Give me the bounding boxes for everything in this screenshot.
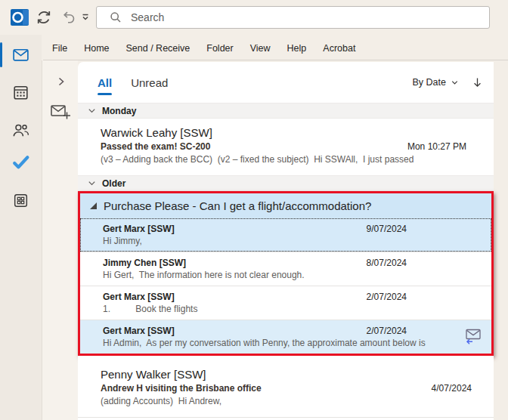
replied-envelope-icon xyxy=(464,328,482,347)
collapsed-folder-pane xyxy=(42,60,78,420)
tab-all[interactable]: All xyxy=(98,76,112,89)
group-header-monday[interactable]: Monday xyxy=(78,103,494,119)
apps-grid-icon[interactable] xyxy=(11,191,30,210)
menu-folder[interactable]: Folder xyxy=(198,43,241,54)
sort-by-dropdown[interactable]: By Date xyxy=(413,77,459,88)
sort-arrow-down-icon xyxy=(472,76,483,88)
email-date: 4/07/2024 xyxy=(432,382,494,395)
expand-pane-icon[interactable] xyxy=(55,76,67,88)
conversation-message-1[interactable]: Gert Marx [SSW] Hi Jimmy, 9/07/2024 xyxy=(80,218,491,252)
email-item-penny[interactable]: Penny Walker [SSW] Andrew H visiting the… xyxy=(78,360,494,418)
todo-check-icon[interactable] xyxy=(11,153,30,171)
conversation-message-3[interactable]: Gert Marx [SSW] 1. Book the flights 2/07… xyxy=(80,286,491,320)
message-preview: Hi Jimmy, xyxy=(103,235,491,247)
message-sender: Gert Marx [SSW] xyxy=(103,325,491,337)
menu-help[interactable]: Help xyxy=(279,43,315,54)
new-mail-icon[interactable] xyxy=(49,103,72,122)
conversation-header[interactable]: Purchase Please - Can I get a flight/acc… xyxy=(80,193,491,218)
email-item-warwick[interactable]: Warwick Leahy [SSW] Passed the exam! SC-… xyxy=(78,119,494,175)
chevron-down-icon xyxy=(451,79,459,87)
message-preview: 1. Book the flights xyxy=(103,303,491,315)
chevron-down-icon xyxy=(87,106,97,116)
message-sender: Gert Marx [SSW] xyxy=(103,223,491,235)
menu-acrobat[interactable]: Acrobat xyxy=(314,43,364,54)
group-label: Older xyxy=(102,178,125,189)
undo-icon[interactable] xyxy=(61,10,76,25)
people-icon[interactable] xyxy=(11,121,30,140)
quick-access-toolbar xyxy=(0,0,508,35)
search-input[interactable] xyxy=(131,11,463,23)
search-bar[interactable] xyxy=(96,6,490,29)
message-sender: Gert Marx [SSW] xyxy=(103,291,491,303)
email-subject: Passed the exam! SC-200 xyxy=(101,141,210,153)
message-date: 8/07/2024 xyxy=(367,258,407,268)
message-sender: Jimmy Chen [SSW] xyxy=(103,257,491,269)
sort-by-label: By Date xyxy=(413,77,446,88)
email-preview: (v3 – Adding back the BCC) (v2 – fixed t… xyxy=(101,153,494,166)
message-preview: Hi Admin, As per my conversation with Pe… xyxy=(103,337,491,349)
group-label: Monday xyxy=(102,106,136,116)
app-navigation-rail xyxy=(0,35,42,420)
conversation-message-4[interactable]: Gert Marx [SSW] Hi Admin, As per my conv… xyxy=(80,320,491,354)
red-annotation-box: Purchase Please - Can I get a flight/acc… xyxy=(78,191,494,356)
message-list-panel: All Unread By Date Monday Warwick Leahy … xyxy=(78,62,494,420)
email-sender: Penny Walker [SSW] xyxy=(101,366,494,382)
email-subject: Andrew H visiting the Brisbane office xyxy=(101,382,262,395)
send-receive-icon[interactable] xyxy=(36,9,52,26)
conversation-message-2[interactable]: Jimmy Chen [SSW] Hi Gert, The informatio… xyxy=(80,252,491,286)
menu-home[interactable]: Home xyxy=(76,43,117,54)
message-date: 2/07/2024 xyxy=(367,326,407,336)
filter-tab-row: All Unread By Date xyxy=(78,62,494,103)
outlook-logo[interactable] xyxy=(10,8,30,27)
tab-unread[interactable]: Unread xyxy=(131,76,168,89)
ribbon-divider xyxy=(43,60,508,60)
ribbon-tab-bar: File Home Send / Receive Folder View Hel… xyxy=(44,36,364,60)
conversation-title: Purchase Please - Can I get a flight/acc… xyxy=(104,199,371,212)
sort-direction-button[interactable] xyxy=(472,76,483,88)
email-date: Mon 10:27 PM xyxy=(407,141,494,153)
email-preview: (adding Accounts) Hi Andrew, xyxy=(101,395,494,408)
message-preview: Hi Gert, The information here is not cle… xyxy=(103,269,491,281)
calendar-icon[interactable] xyxy=(11,83,30,102)
group-header-older[interactable]: Older xyxy=(78,175,494,191)
menu-send-receive[interactable]: Send / Receive xyxy=(118,43,199,54)
message-date: 2/07/2024 xyxy=(367,292,407,302)
customize-toolbar-icon[interactable] xyxy=(80,12,91,23)
chevron-down-icon xyxy=(87,178,97,188)
menu-file[interactable]: File xyxy=(44,43,76,54)
search-icon xyxy=(110,11,122,23)
mail-icon[interactable] xyxy=(11,45,30,64)
conversation-expanded-triangle-icon xyxy=(90,202,97,209)
email-sender: Warwick Leahy [SSW] xyxy=(101,125,494,141)
menu-view[interactable]: View xyxy=(242,43,279,54)
message-date: 9/07/2024 xyxy=(367,224,407,234)
mail-selected-indicator xyxy=(0,42,2,67)
